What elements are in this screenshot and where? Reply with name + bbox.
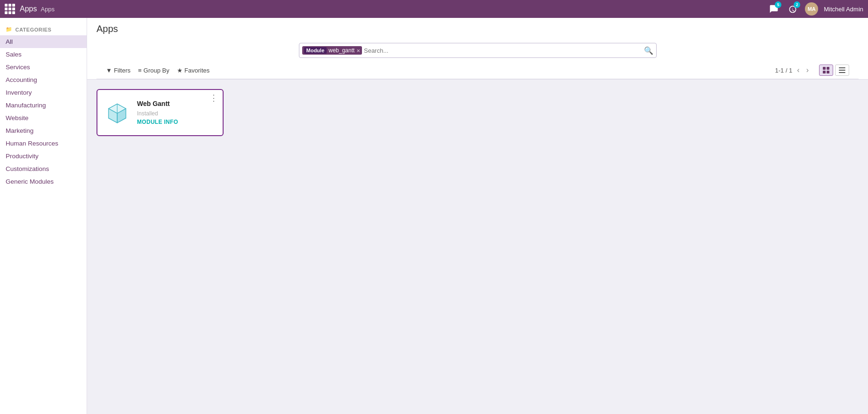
app-card-name: Web Gantt	[137, 100, 216, 107]
svg-rect-1	[827, 67, 829, 70]
user-name[interactable]: Mitchell Admin	[824, 6, 863, 13]
sidebar-item-generic-modules[interactable]: Generic Modules	[0, 175, 87, 188]
activity-badge: 2	[794, 1, 800, 8]
app-card-action-button[interactable]: MODULE INFO	[137, 119, 216, 125]
search-tag-label: Module	[304, 47, 327, 54]
grid-menu-icon[interactable]	[5, 4, 15, 14]
sidebar-item-accounting[interactable]: Accounting	[0, 73, 87, 86]
sidebar-item-services[interactable]: Services	[0, 61, 87, 73]
svg-rect-6	[839, 72, 845, 73]
search-bar-wrapper: Module web_gantt × 🔍	[299, 43, 657, 58]
prev-page-button[interactable]: ‹	[795, 65, 801, 75]
filter-icon: ▼	[106, 67, 112, 74]
favorites-label: Favorites	[185, 67, 209, 74]
messages-badge: 5	[775, 1, 781, 8]
search-bar-row: Module web_gantt × 🔍	[96, 39, 859, 62]
folder-icon: 📁	[6, 26, 13, 32]
svg-rect-5	[839, 70, 845, 71]
page-title: Apps	[96, 24, 859, 34]
search-submit-icon[interactable]: 🔍	[644, 46, 653, 55]
messages-icon-btn[interactable]: 5	[767, 2, 780, 16]
search-tag-close-icon[interactable]: ×	[356, 48, 360, 54]
favorites-button[interactable]: ★ Favorites	[177, 67, 209, 74]
app-card-web-gantt[interactable]: Web Gantt Installed MODULE INFO ⋮	[96, 89, 224, 136]
navbar-right: 5 2 MA Mitchell Admin	[767, 2, 863, 16]
filter-toolbar: ▼ Filters ≡ Group By ★ Favorites 1-1 / 1…	[96, 62, 859, 79]
sidebar-item-customizations[interactable]: Customizations	[0, 162, 87, 175]
svg-rect-3	[827, 71, 829, 73]
pagination-info: 1-1 / 1 ‹ ›	[775, 65, 849, 76]
groupby-label: Group By	[144, 67, 169, 74]
app-card-info: Web Gantt Installed MODULE INFO	[137, 100, 216, 125]
navbar-breadcrumb[interactable]: Apps	[40, 6, 55, 13]
groupby-button[interactable]: ≡ Group By	[138, 67, 169, 74]
star-icon: ★	[177, 67, 183, 74]
search-input[interactable]	[364, 47, 644, 54]
sidebar-item-website[interactable]: Website	[0, 112, 87, 124]
sidebar-section-label: 📁 CATEGORIES	[0, 23, 87, 35]
page-header: Apps Module web_gantt × 🔍 ▼ Filters	[87, 18, 868, 80]
sidebar-item-productivity[interactable]: Productivity	[0, 150, 87, 162]
sidebar-item-inventory[interactable]: Inventory	[0, 86, 87, 99]
sidebar-items-container: AllSalesServicesAccountingInventoryManuf…	[0, 35, 87, 188]
navbar: Apps Apps 5 2 MA Mitchell Admin	[0, 0, 868, 18]
kanban-view-button[interactable]	[819, 65, 833, 76]
search-tag-value: web_gantt	[329, 47, 354, 54]
groupby-icon: ≡	[138, 67, 142, 74]
search-tag: Module web_gantt ×	[302, 46, 362, 55]
filters-label: Filters	[114, 67, 130, 74]
sidebar-item-marketing[interactable]: Marketing	[0, 124, 87, 137]
app-card-status: Installed	[137, 110, 216, 117]
sidebar-item-human-resources[interactable]: Human Resources	[0, 137, 87, 150]
app-card-menu-icon[interactable]: ⋮	[209, 94, 218, 102]
content-area: Apps Module web_gantt × 🔍 ▼ Filters	[87, 18, 868, 414]
list-view-button[interactable]	[835, 65, 849, 76]
sidebar-item-manufacturing[interactable]: Manufacturing	[0, 99, 87, 112]
avatar[interactable]: MA	[805, 2, 818, 16]
activity-icon-btn[interactable]: 2	[786, 2, 799, 16]
svg-rect-4	[839, 67, 845, 68]
sidebar-item-sales[interactable]: Sales	[0, 48, 87, 61]
apps-grid: Web Gantt Installed MODULE INFO ⋮	[87, 80, 868, 414]
pagination-text: 1-1 / 1	[775, 67, 792, 74]
navbar-app-title[interactable]: Apps	[20, 5, 37, 13]
sidebar: 📁 CATEGORIES AllSalesServicesAccountingI…	[0, 18, 87, 414]
main-layout: 📁 CATEGORIES AllSalesServicesAccountingI…	[0, 18, 868, 414]
svg-rect-0	[823, 67, 826, 70]
filters-button[interactable]: ▼ Filters	[106, 67, 130, 74]
app-card-icon	[104, 99, 130, 126]
view-toggle	[819, 65, 849, 76]
next-page-button[interactable]: ›	[804, 65, 811, 75]
sidebar-item-all[interactable]: All	[0, 35, 87, 48]
svg-rect-2	[823, 71, 826, 73]
